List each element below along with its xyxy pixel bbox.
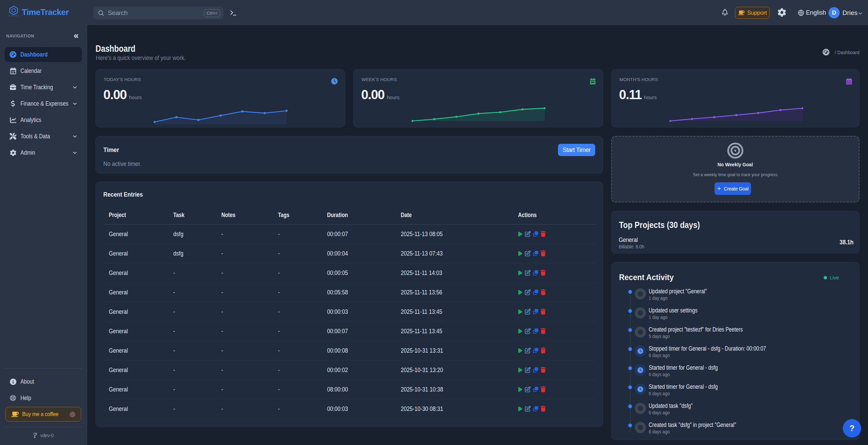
svg-text:BUY ME COFFEE: BUY ME COFFEE [9,15,19,17]
